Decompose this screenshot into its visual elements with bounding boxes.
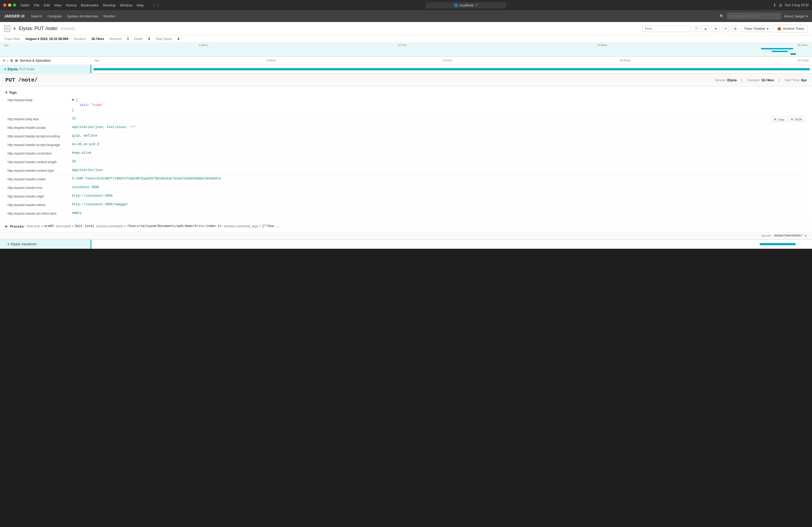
detail-operation-name: PUT /note/ — [5, 77, 38, 83]
menu-safari[interactable]: Safari — [20, 3, 30, 7]
share-icon[interactable]: ⬆ — [773, 3, 776, 7]
tag-key: http.request.header.referer — [8, 202, 72, 207]
find-input[interactable] — [642, 26, 691, 32]
titlebar: Safari File Edit View History Bookmarks … — [0, 0, 812, 10]
forward-button[interactable]: › — [157, 3, 158, 7]
tag-value: 20 — [72, 160, 804, 163]
archive-trace-button[interactable]: 📥 Archive Trace — [773, 25, 808, 32]
depth-label: Depth — [134, 37, 143, 41]
tabs-icon[interactable]: ⊞ — [779, 3, 782, 7]
nav-monitor[interactable]: Monitor — [104, 13, 115, 19]
titlebar-center: 🌐 localhost ↺ — [161, 2, 771, 8]
tag-actions-body-size: ⊕ Copy ⊕ JSON — [771, 117, 804, 122]
depth-value: 3 — [148, 37, 150, 41]
tags-header[interactable]: ▾ Tags — [5, 89, 807, 96]
jaeger-nav-links: Search Compare System Architecture Monit… — [31, 13, 713, 19]
tag-value: gzip, deflate — [72, 134, 804, 138]
tl-tick-4: 18.74ms — [798, 59, 809, 62]
trace-expand-icon[interactable]: ▾ — [13, 26, 16, 31]
next-result-button[interactable]: ▼ — [712, 26, 720, 32]
process-val: Salt.local — [75, 224, 94, 228]
reload-icon[interactable]: ↺ — [475, 3, 478, 7]
span-label-transform[interactable]: ▾ Elysia transform — [0, 240, 91, 249]
prev-result-button[interactable]: ▲ — [701, 26, 709, 32]
tick-4: 18.74ms — [798, 44, 808, 47]
nav-search[interactable]: Search — [31, 13, 42, 19]
timeline-dropdown[interactable]: Trace Timeline ▾ — [741, 26, 771, 32]
menu-bookmarks[interactable]: Bookmarks — [81, 3, 99, 7]
trace-header-right: ? ▲ ▼ ✕ ⊞ Trace Timeline ▾ 📥 Archive Tra… — [642, 25, 808, 32]
close-button[interactable] — [3, 3, 6, 7]
nav-compare[interactable]: Compare — [47, 13, 62, 19]
tick-3: 14.05ms — [597, 44, 607, 47]
trace-service: Elysia: — [19, 26, 33, 31]
tl-tick-0: 0μs — [95, 59, 99, 62]
nav-system-architecture[interactable]: System Architecture — [67, 13, 98, 19]
process-val: ["/Use... — [262, 224, 279, 228]
tag-value: application/json, text/plain, */* — [72, 125, 804, 129]
span-chevron-icon[interactable]: ▾ — [4, 67, 6, 71]
address-bar[interactable]: 🌐 localhost ↺ — [425, 2, 506, 8]
span-chevron-icon[interactable]: ▾ — [8, 242, 9, 246]
back-to-search-button[interactable]: ← — [4, 25, 10, 32]
json-expand-icon[interactable]: ▼ — [72, 98, 74, 102]
process-key: process.command_args — [224, 224, 258, 228]
process-command-args: process.command_args = ["/Use... — [224, 224, 279, 228]
process-label: Process: — [10, 224, 25, 228]
tl-tick-2: 9.37ms — [443, 59, 452, 62]
start-value: August 4 2024, 18:32:08.969 — [26, 37, 68, 41]
menu-window[interactable]: Window — [120, 3, 132, 7]
expand-icon[interactable]: ⊞ — [15, 59, 18, 62]
timeline-label: Trace Timeline — [744, 27, 765, 31]
timeline-col-header: 0μs 4.68ms 9.37ms 14.05ms 18.74ms — [91, 57, 812, 65]
settings-icon-button[interactable]: ⊞ — [731, 26, 739, 32]
trace-id-lookup[interactable] — [727, 13, 781, 19]
timeline-minimap[interactable]: 0μs 4.68ms 9.37ms 14.05ms 18.74ms — [0, 43, 812, 57]
jaeger-brand: JAEGER UI — [4, 14, 25, 18]
json-preview: ▼ { data: "tuna" } — [72, 98, 804, 113]
help-icon-button[interactable]: ? — [693, 26, 699, 32]
detail-meta-right: Service: Elysia │ Duration: 18.74ms │ St… — [715, 78, 807, 82]
tl-tick-3: 14.05ms — [619, 59, 630, 62]
menu-develop[interactable]: Develop — [103, 3, 116, 7]
menu-help[interactable]: Help — [137, 3, 144, 7]
detail-header: PUT /note/ Service: Elysia │ Duration: 1… — [0, 74, 812, 87]
menu-file[interactable]: File — [34, 3, 40, 7]
span-label-main[interactable]: ▾ Elysia PUT /note/ — [0, 65, 91, 73]
span-row-transform[interactable]: ▾ Elysia transform — [0, 239, 812, 249]
process-expand-icon[interactable]: ▶ — [5, 224, 8, 228]
tag-key-body: http.request.body — [8, 98, 72, 102]
about-jaeger-button[interactable]: About Jaeger ▾ — [784, 14, 808, 18]
menu-history[interactable]: History — [66, 3, 76, 7]
json-button[interactable]: ⊕ JSON — [788, 117, 804, 122]
span-op-transform: transform — [22, 242, 37, 246]
detail-duration-label: Duration: 18.74ms — [747, 78, 774, 82]
search-icon: 🔍 — [720, 14, 724, 18]
total-spans-label: Total Spans — [155, 37, 172, 41]
copy-button[interactable]: ⊕ Copy — [771, 117, 787, 122]
span-id-footer: SpanID: da5aa75aeeed2b37 ⧉ — [0, 232, 812, 239]
process-section: ▶ Process: host.arch = arm64 host.name =… — [0, 220, 812, 232]
menu-edit[interactable]: Edit — [44, 3, 50, 7]
traffic-lights — [3, 3, 16, 7]
collapse-icon[interactable]: ⊟ — [10, 59, 13, 62]
span-bar-transform — [91, 240, 812, 249]
detail-start: │ — [778, 78, 780, 82]
tag-value: keep-alive — [72, 151, 804, 155]
copy-icon: ⊕ — [774, 118, 776, 121]
span-id-label: SpanID: — [761, 234, 772, 237]
close-find-button[interactable]: ✕ — [722, 26, 729, 32]
span-row-main[interactable]: ▾ Elysia PUT /note/ — [0, 65, 812, 74]
minimize-button[interactable] — [8, 3, 11, 7]
fullscreen-button[interactable] — [13, 3, 16, 7]
next-span-icon[interactable]: › — [7, 59, 8, 62]
copy-span-id-icon[interactable]: ⧉ — [804, 234, 807, 238]
menu-view[interactable]: View — [54, 3, 61, 7]
process-val: arm64 — [44, 224, 54, 228]
back-button[interactable]: ‹ — [153, 3, 155, 7]
trace-header: ← ▾ Elysia: PUT /note/ 0354491 ? ▲ ▼ ✕ ⊞… — [0, 22, 812, 35]
collapse-all-icon[interactable]: ▾ — [3, 59, 5, 62]
trace-title: Elysia: PUT /note/ 0354491 — [19, 26, 75, 31]
services-value: 1 — [127, 37, 129, 41]
trace-operation: PUT /note/ — [34, 26, 57, 31]
